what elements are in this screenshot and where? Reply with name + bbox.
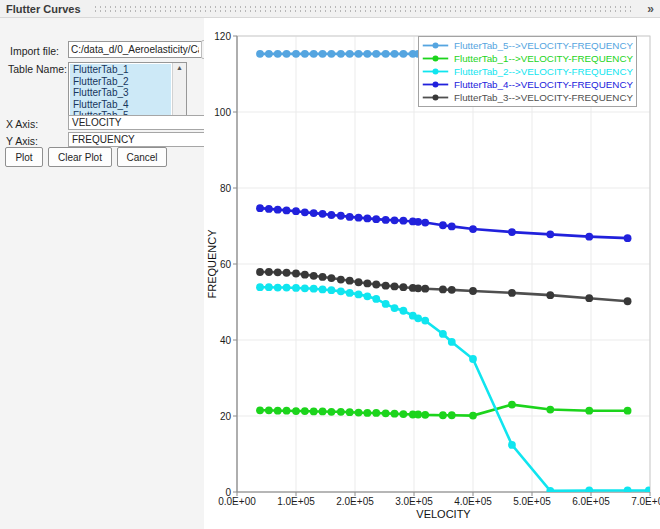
data-point-FlutterTab_3 [310,272,318,280]
data-point-FlutterTab_5 [283,50,291,58]
data-point-FlutterTab_3 [363,279,371,287]
list-item[interactable]: FlutterTab_3 [70,87,171,99]
data-point-FlutterTab_4 [421,219,429,227]
data-point-FlutterTab_5 [292,50,300,58]
data-point-FlutterTab_1 [310,408,318,416]
dock-collapse-icon[interactable]: » [647,1,654,17]
data-point-FlutterTab_1 [448,411,456,419]
legend-entry-FlutterTab_4: FlutterTab_4-->VELOCITY-FREQUENCY [422,78,633,91]
x-tick-label: 2.0E+05 [336,496,374,507]
data-point-FlutterTab_1 [585,407,593,415]
data-point-FlutterTab_4 [439,221,447,229]
plot-button[interactable]: Plot [5,147,43,167]
data-point-FlutterTab_5 [355,50,363,58]
data-point-FlutterTab_2 [414,314,422,322]
legend-label: FlutterTab_5-->VELOCITY-FREQUENCY [454,40,633,51]
x-axis-combobox[interactable]: VELOCITY [68,115,223,130]
data-point-FlutterTab_5 [399,50,407,58]
scroll-up-icon[interactable]: ▲ [173,63,186,73]
data-point-FlutterTab_2 [301,284,309,292]
data-point-FlutterTab_1 [274,407,282,415]
series-FlutterTab_4 [256,204,631,242]
data-point-FlutterTab_2 [274,284,282,292]
data-point-FlutterTab_1 [414,411,422,419]
list-item[interactable]: FlutterTab_2 [70,76,171,88]
data-point-FlutterTab_1 [283,407,291,415]
series-FlutterTab_2 [256,283,653,494]
data-point-FlutterTab_2 [372,295,380,303]
data-point-FlutterTab_3 [391,283,399,291]
data-point-FlutterTab_1 [265,406,273,414]
data-point-FlutterTab_2 [319,286,327,294]
data-point-FlutterTab_5 [372,50,380,58]
data-point-FlutterTab_4 [585,233,593,241]
data-point-FlutterTab_2 [624,487,632,495]
y-tick-label: 20 [220,411,232,422]
data-point-FlutterTab_4 [274,206,282,214]
data-point-FlutterTab_5 [337,50,345,58]
table-name-list-items: FlutterTab_1FlutterTab_2FlutterTab_3Flut… [69,63,172,123]
legend-entry-FlutterTab_2: FlutterTab_2-->VELOCITY-FREQUENCY [422,65,633,78]
y-axis-value: FREQUENCY [72,134,135,145]
data-point-FlutterTab_4 [292,207,300,215]
y-tick-label: 80 [220,183,232,194]
data-point-FlutterTab_2 [546,487,554,495]
y-axis-label: Y Axis: [6,135,38,147]
data-point-FlutterTab_5 [319,50,327,58]
data-point-FlutterTab_4 [469,225,477,233]
data-point-FlutterTab_4 [399,217,407,225]
legend-marker-icon [422,92,449,103]
data-point-FlutterTab_5 [256,50,264,58]
dock-drag-handle[interactable] [93,5,636,12]
data-point-FlutterTab_5 [391,50,399,58]
chart-legend: FlutterTab_5-->VELOCITY-FREQUENCYFlutter… [418,36,637,107]
data-point-FlutterTab_3 [319,273,327,281]
data-point-FlutterTab_1 [469,412,477,420]
data-point-FlutterTab_1 [391,410,399,418]
data-point-FlutterTab_2 [292,284,300,292]
legend-entry-FlutterTab_1: FlutterTab_1-->VELOCITY-FREQUENCY [422,52,633,65]
data-point-FlutterTab_3 [265,268,273,276]
series-FlutterTab_1 [256,401,631,420]
y-axis-combobox[interactable]: FREQUENCY [68,132,223,147]
x-axis-value: VELOCITY [72,117,121,128]
data-point-FlutterTab_4 [346,213,354,221]
series-line-FlutterTab_2 [260,287,649,491]
data-point-FlutterTab_3 [585,294,593,302]
data-point-FlutterTab_2 [448,338,456,346]
data-point-FlutterTab_4 [355,214,363,222]
data-point-FlutterTab_1 [439,411,447,419]
legend-label: FlutterTab_1-->VELOCITY-FREQUENCY [454,53,633,64]
data-point-FlutterTab_3 [439,286,447,294]
data-point-FlutterTab_3 [283,269,291,277]
x-tick-label: 6.0E+05 [572,496,610,507]
data-point-FlutterTab_4 [372,215,380,223]
data-point-FlutterTab_4 [448,222,456,230]
list-item[interactable]: FlutterTab_4 [70,99,171,111]
data-point-FlutterTab_2 [421,317,429,325]
data-point-FlutterTab_2 [256,283,264,291]
data-point-FlutterTab_3 [301,271,309,279]
data-point-FlutterTab_3 [382,282,390,290]
data-point-FlutterTab_3 [292,270,300,278]
data-point-FlutterTab_1 [301,407,309,415]
data-point-FlutterTab_1 [319,408,327,416]
data-point-FlutterTab_2 [439,330,447,338]
data-point-FlutterTab_1 [399,410,407,418]
data-point-FlutterTab_1 [328,408,336,416]
list-item[interactable]: FlutterTab_1 [70,64,171,76]
import-file-input[interactable] [68,41,202,58]
data-point-FlutterTab_5 [346,50,354,58]
data-point-FlutterTab_3 [355,278,363,286]
clear-plot-button[interactable]: Clear Plot [48,147,112,167]
data-point-FlutterTab_4 [382,216,390,224]
legend-label: FlutterTab_2-->VELOCITY-FREQUENCY [454,66,633,77]
panel-titlebar: Flutter Curves » [0,0,660,18]
cancel-button[interactable]: Cancel [117,147,167,167]
x-tick-label: 0.0E+00 [218,496,256,507]
legend-label: FlutterTab_4-->VELOCITY-FREQUENCY [454,79,633,90]
listbox-scrollbar[interactable]: ▲ ▼ [172,63,186,123]
data-point-FlutterTab_2 [346,289,354,297]
flutter-chart: 0.0E+001.0E+052.0E+053.0E+054.0E+055.0E+… [204,18,660,529]
data-point-FlutterTab_5 [310,50,318,58]
